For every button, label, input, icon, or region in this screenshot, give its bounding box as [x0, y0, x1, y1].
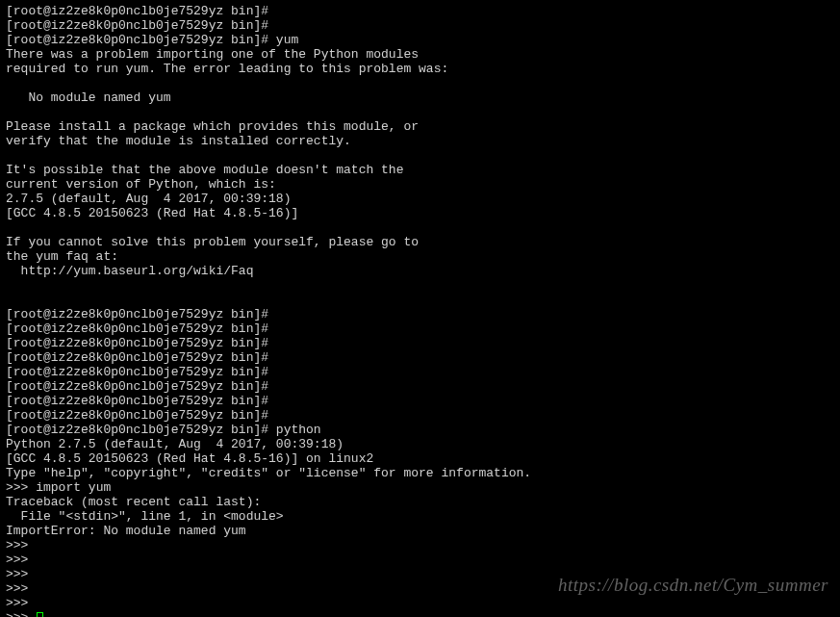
- shell-prompt: [root@iz2ze8k0p0nclb0je7529yz bin]#: [6, 336, 268, 350]
- python-repl-prompt: >>>: [6, 480, 28, 495]
- shell-prompt: [root@iz2ze8k0p0nclb0je7529yz bin]#: [6, 4, 268, 18]
- yum-error-line: No module named yum: [6, 90, 834, 105]
- python-banner: [GCC 4.8.5 20150623 (Red Hat 4.8.5-16)] …: [6, 451, 834, 466]
- python-repl-prompt: >>>: [6, 610, 28, 617]
- terminal-output[interactable]: [root@iz2ze8k0p0nclb0je7529yz bin]# [roo…: [6, 4, 834, 617]
- cursor-icon: [37, 612, 43, 617]
- shell-prompt: [root@iz2ze8k0p0nclb0je7529yz bin]#: [6, 18, 268, 33]
- blank-line: [6, 105, 834, 119]
- python-repl-prompt: >>>: [6, 538, 28, 553]
- shell-prompt: [root@iz2ze8k0p0nclb0je7529yz bin]#: [6, 321, 268, 336]
- watermark-text: https://blog.csdn.net/Cym_summer: [558, 578, 828, 592]
- shell-prompt: [root@iz2ze8k0p0nclb0je7529yz bin]#: [6, 307, 268, 321]
- command-python: python: [276, 423, 321, 437]
- python-repl-prompt: >>>: [6, 567, 28, 581]
- shell-prompt: [root@iz2ze8k0p0nclb0je7529yz bin]#: [6, 394, 268, 408]
- yum-error-line: It's possible that the above module does…: [6, 163, 834, 177]
- blank-line: [6, 220, 834, 235]
- python-banner: Type "help", "copyright", "credits" or "…: [6, 466, 834, 480]
- python-command: import yum: [36, 480, 111, 495]
- shell-prompt: [root@iz2ze8k0p0nclb0je7529yz bin]#: [6, 33, 268, 47]
- shell-prompt: [root@iz2ze8k0p0nclb0je7529yz bin]#: [6, 350, 268, 365]
- yum-error-line: There was a problem importing one of the…: [6, 47, 834, 62]
- shell-prompt: [root@iz2ze8k0p0nclb0je7529yz bin]#: [6, 379, 268, 394]
- shell-prompt: [root@iz2ze8k0p0nclb0je7529yz bin]#: [6, 365, 268, 379]
- traceback-line: File "<stdin>", line 1, in <module>: [6, 509, 834, 524]
- blank-line: [6, 148, 834, 163]
- command-yum: yum: [276, 33, 298, 47]
- shell-prompt: [root@iz2ze8k0p0nclb0je7529yz bin]#: [6, 408, 268, 423]
- yum-error-line: [GCC 4.8.5 20150623 (Red Hat 4.8.5-16)]: [6, 206, 834, 220]
- shell-prompt: [root@iz2ze8k0p0nclb0je7529yz bin]#: [6, 423, 268, 437]
- yum-error-line: verify that the module is installed corr…: [6, 134, 834, 148]
- yum-error-line: the yum faq at:: [6, 249, 834, 264]
- yum-error-line: required to run yum. The error leading t…: [6, 62, 834, 76]
- python-banner: Python 2.7.5 (default, Aug 4 2017, 00:39…: [6, 437, 834, 451]
- yum-error-line: 2.7.5 (default, Aug 4 2017, 00:39:18): [6, 192, 834, 206]
- blank-line: [6, 293, 834, 307]
- blank-line: [6, 278, 834, 293]
- python-repl-prompt: >>>: [6, 581, 28, 596]
- python-repl-prompt: >>>: [6, 596, 28, 610]
- yum-error-line: http://yum.baseurl.org/wiki/Faq: [6, 264, 834, 278]
- traceback-line: Traceback (most recent call last):: [6, 495, 834, 509]
- yum-error-line: If you cannot solve this problem yoursel…: [6, 235, 834, 249]
- yum-error-line: Please install a package which provides …: [6, 119, 834, 134]
- blank-line: [6, 76, 834, 90]
- python-repl-prompt: >>>: [6, 553, 28, 567]
- yum-error-line: current version of Python, which is:: [6, 177, 834, 192]
- traceback-line: ImportError: No module named yum: [6, 524, 834, 538]
